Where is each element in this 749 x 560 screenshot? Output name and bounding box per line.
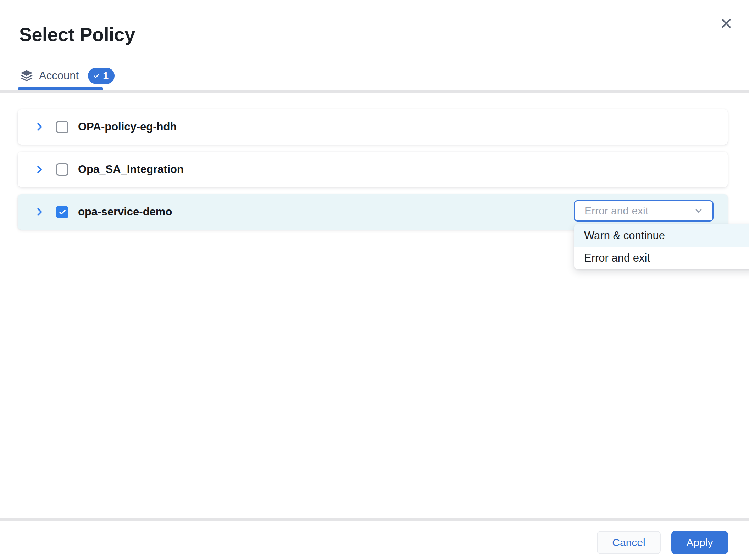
expand-chevron-button[interactable] [33,206,45,218]
close-icon [720,17,733,30]
policy-checkbox-checked[interactable] [56,206,68,218]
check-icon [93,72,100,80]
policy-row: Opa_SA_Integration [18,152,728,187]
close-button[interactable] [717,14,736,33]
policy-name: Opa_SA_Integration [78,163,184,176]
expand-chevron-button[interactable] [33,121,45,133]
page-title: Select Policy [19,23,135,45]
policy-checkbox[interactable] [56,121,68,133]
policy-name: OPA-policy-eg-hdh [78,121,177,133]
cancel-button[interactable]: Cancel [597,531,661,554]
badge-count: 1 [103,70,109,82]
policy-checkbox[interactable] [56,163,68,176]
expand-chevron-button[interactable] [33,163,45,175]
tab-account-label: Account [39,69,79,82]
chevron-right-icon [34,207,45,217]
active-tab-underline [18,87,103,90]
footer-divider [0,518,749,521]
action-select-value: Error and exit [584,205,693,217]
check-icon [58,208,67,216]
dropdown-option-error-exit[interactable]: Error and exit [574,247,749,269]
layers-icon [19,68,34,83]
chevron-right-icon [34,122,45,132]
policy-row: OPA-policy-eg-hdh [18,109,728,145]
selected-count-badge: 1 [88,68,115,84]
apply-button[interactable]: Apply [671,531,728,554]
action-dropdown-menu: Warn & continue Error and exit [574,224,749,269]
chevron-down-icon [693,206,704,216]
action-select[interactable]: Error and exit [574,200,714,222]
chevron-right-icon [34,164,45,175]
tab-account[interactable]: Account 1 [19,67,115,85]
dropdown-option-warn-continue[interactable]: Warn & continue [574,224,749,247]
tabs-divider [0,90,749,93]
policy-name: opa-service-demo [78,206,172,218]
select-policy-modal: Select Policy Account 1 [0,0,749,560]
